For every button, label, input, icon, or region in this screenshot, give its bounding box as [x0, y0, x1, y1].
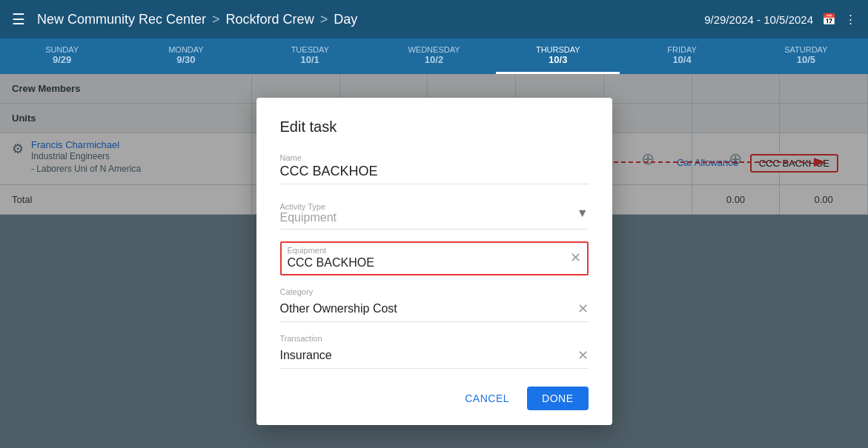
- activity-type-value: Equipment: [280, 211, 337, 224]
- name-field-group: Name CCC BACKHOE: [280, 153, 589, 184]
- day-label-saturday: SATURDAY: [784, 45, 827, 54]
- day-wednesday[interactable]: WEDNESDAY 10/2: [372, 39, 496, 74]
- dialog-actions: CANCEL DONE: [280, 387, 589, 410]
- modal-overlay: Edit task Name CCC BACKHOE Activity Type…: [0, 74, 868, 448]
- transaction-clear-icon[interactable]: ✕: [577, 347, 589, 364]
- category-clear-icon[interactable]: ✕: [577, 301, 589, 317]
- day-label-friday: FRIDAY: [667, 45, 697, 54]
- header-right: 9/29/2024 - 10/5/2024 📅 ⋮: [704, 13, 856, 26]
- menu-icon[interactable]: ☰: [12, 10, 25, 28]
- transaction-label: Transaction: [280, 334, 589, 343]
- day-saturday[interactable]: SATURDAY 10/5: [744, 39, 868, 74]
- name-value[interactable]: CCC BACKHOE: [280, 164, 589, 184]
- crew-name[interactable]: Rockford Crew: [226, 12, 314, 27]
- calendar-icon[interactable]: 📅: [822, 13, 836, 26]
- category-field-group: Category Other Ownership Cost ✕: [280, 287, 589, 322]
- equipment-label: Equipment: [288, 246, 374, 255]
- day-label-monday: MONDAY: [168, 45, 203, 54]
- date-range: 9/29/2024 - 10/5/2024: [704, 13, 813, 26]
- day-friday[interactable]: FRIDAY 10/4: [620, 39, 743, 74]
- dialog-title: Edit task: [280, 118, 589, 136]
- day-sunday[interactable]: SUNDAY 9/29: [0, 39, 124, 74]
- activity-type-dropdown-icon[interactable]: ▼: [577, 207, 589, 220]
- more-icon[interactable]: ⋮: [845, 13, 856, 26]
- day-date-thursday: 10/3: [549, 54, 567, 65]
- day-date-friday: 10/4: [672, 54, 691, 65]
- day-date-wednesday: 10/2: [425, 54, 443, 65]
- day-label-thursday: THURSDAY: [536, 45, 580, 54]
- activity-type-row: Activity Type Equipment ▼: [280, 202, 589, 230]
- transaction-field-group: Transaction Insurance ✕: [280, 334, 589, 369]
- equipment-clear-icon[interactable]: ✕: [570, 250, 581, 266]
- app-header: ☰ New Community Rec Center > Rockford Cr…: [0, 0, 868, 39]
- cancel-button[interactable]: CANCEL: [453, 387, 521, 410]
- day-label-wednesday: WEDNESDAY: [408, 45, 460, 54]
- edit-task-dialog: Edit task Name CCC BACKHOE Activity Type…: [256, 98, 612, 425]
- day-thursday[interactable]: THURSDAY 10/3: [496, 39, 620, 74]
- activity-type-label: Activity Type: [280, 202, 337, 211]
- day-date-saturday: 10/5: [797, 54, 815, 65]
- category-value[interactable]: Other Ownership Cost ✕: [280, 298, 589, 322]
- day-date-tuesday: 10/1: [301, 54, 319, 65]
- project-name[interactable]: New Community Rec Center: [37, 12, 206, 27]
- background-content: Crew Members Units ⚙: [0, 74, 868, 448]
- equipment-value[interactable]: CCC BACKHOE: [288, 256, 374, 270]
- equipment-field-group: Equipment CCC BACKHOE ✕: [280, 241, 589, 275]
- name-label: Name: [280, 153, 589, 162]
- day-monday[interactable]: MONDAY 9/30: [124, 39, 248, 74]
- sep2: >: [320, 12, 328, 27]
- view-mode[interactable]: Day: [334, 12, 357, 27]
- sep1: >: [212, 12, 220, 27]
- done-button[interactable]: DONE: [527, 387, 588, 410]
- day-row: SUNDAY 9/29 MONDAY 9/30 TUESDAY 10/1 WED…: [0, 39, 868, 74]
- day-label-sunday: SUNDAY: [45, 45, 79, 54]
- day-tuesday[interactable]: TUESDAY 10/1: [248, 39, 372, 74]
- header-title: New Community Rec Center > Rockford Crew…: [37, 12, 357, 27]
- day-date-monday: 9/30: [176, 54, 195, 65]
- category-label: Category: [280, 287, 589, 296]
- day-date-sunday: 9/29: [53, 54, 71, 65]
- transaction-value[interactable]: Insurance ✕: [280, 344, 589, 369]
- day-label-tuesday: TUESDAY: [291, 45, 329, 54]
